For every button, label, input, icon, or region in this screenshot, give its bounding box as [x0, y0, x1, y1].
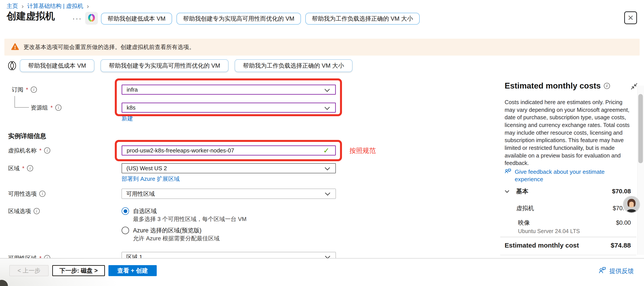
breadcrumb-chevron-icon: ›	[22, 3, 24, 10]
copilot-prompt-high-availability[interactable]: 帮助我创建专为实现高可用性而优化的 VM	[176, 13, 301, 25]
feedback-person-icon	[598, 266, 607, 276]
self-select-zones-desc: 最多选择 3 个可用性区域，每个区域一台 VM	[133, 215, 246, 223]
close-button[interactable]: ✕	[624, 12, 637, 24]
page-title: 创建虚拟机	[6, 10, 55, 23]
required-marker: *	[39, 255, 42, 258]
annotation-note: 按照规范	[350, 146, 376, 155]
radio-unselected-icon	[122, 227, 129, 234]
info-icon[interactable]: i	[44, 255, 50, 258]
divider	[500, 255, 636, 255]
cost-feedback-link[interactable]: Give feedback about your estimate experi…	[504, 168, 628, 183]
feedback-bubbles-icon	[504, 168, 512, 183]
chevron-down-icon	[325, 165, 330, 170]
availability-zone-dropdown[interactable]: 区域 1	[122, 252, 336, 258]
warning-icon	[11, 43, 19, 52]
cost-feedback-text: Give feedback about your estimate experi…	[515, 168, 628, 183]
required-marker: *	[26, 86, 28, 93]
resource-group-dropdown[interactable]: k8s	[122, 103, 336, 113]
chevron-down-icon	[325, 253, 330, 258]
valid-check-icon: ✓	[323, 146, 330, 155]
availability-options-dropdown[interactable]: 可用性区域	[122, 189, 336, 199]
breadcrumb-vm-link[interactable]: 计算基础结构 | 虚拟机	[27, 2, 83, 10]
cost-row-vm: 虚拟机 $70.08	[504, 204, 631, 212]
region-label-text: 区域	[8, 165, 20, 172]
copilot-prompt-low-cost[interactable]: 帮助我创建低成本 VM	[101, 13, 172, 25]
availability-options-label: 可用性选项 i	[8, 189, 46, 199]
region-dropdown[interactable]: (US) West US 2	[122, 163, 336, 173]
cost-panel-title-text: Estimated monthly costs	[504, 81, 601, 91]
cost-total-label: Estimated monthly cost	[504, 242, 579, 249]
copilot-button[interactable]	[85, 12, 98, 25]
create-vm-page: 主页 › 计算基础结构 | 虚拟机 › 创建虚拟机 ··· 帮助我创	[0, 0, 644, 286]
footer-feedback-link[interactable]: 提供反馈	[598, 266, 634, 276]
instance-details-heading: 实例详细信息	[8, 132, 46, 141]
cost-row-sub-label: Ubuntu Server 24.04 LTS	[518, 228, 580, 234]
breadcrumb-home-link[interactable]: 主页	[6, 2, 18, 10]
vm-name-input[interactable]: prod-usw2-k8s-freeleaps-worker-nodes-07 …	[122, 145, 336, 156]
cost-group-row[interactable]: 基本 $70.08	[504, 187, 631, 195]
subscription-dropdown[interactable]: infra	[122, 85, 336, 95]
cost-total-amount: $74.88	[611, 242, 631, 249]
availability-options-value: 可用性区域	[126, 190, 155, 198]
info-icon[interactable]: i	[604, 83, 610, 89]
info-icon[interactable]: i	[44, 147, 50, 154]
azure-selected-zones-radio[interactable]: Azure 选择的区域(预览版)	[122, 225, 202, 235]
availability-zone-value: 区域 1	[126, 253, 142, 258]
review-create-button[interactable]: 查看 + 创建	[108, 265, 157, 276]
resource-group-value: k8s	[127, 104, 136, 111]
more-options-button[interactable]: ···	[72, 15, 82, 23]
avatar[interactable]	[623, 196, 640, 213]
region-label: 区域 * i	[8, 163, 33, 173]
copilot-logo-icon	[87, 13, 96, 23]
required-marker: *	[50, 104, 53, 111]
zone-options-label: 区域选项 i	[8, 206, 40, 216]
availability-zone-label: 可用性区域 * i	[8, 253, 50, 258]
chevron-down-icon	[505, 188, 509, 193]
availability-zone-label-text: 可用性区域	[8, 254, 37, 258]
edge-zone-link[interactable]: 部署到 Azure 扩展区域	[122, 175, 180, 183]
subscription-label-text: 订阅	[12, 86, 23, 94]
cost-total-row: Estimated monthly cost $74.88	[504, 242, 631, 249]
copilot-outline-icon	[7, 61, 17, 72]
copilot-prompt-high-availability[interactable]: 帮助我创建专为实现高可用性而优化的 VM	[100, 59, 228, 72]
chevron-down-icon	[324, 87, 330, 92]
info-icon[interactable]: i	[39, 191, 46, 197]
info-icon[interactable]: i	[31, 87, 37, 93]
copilot-prompt-right-size[interactable]: 帮助我为工作负载选择正确的 VM 大小	[235, 59, 352, 72]
region-value: (US) West US 2	[126, 165, 167, 172]
create-new-link[interactable]: 新建	[122, 115, 133, 122]
self-select-zones-label: 自选区域	[133, 207, 157, 215]
collapse-panel-icon[interactable]	[630, 83, 638, 91]
vm-name-label-text: 虚拟机名称	[8, 147, 37, 154]
cost-row-label: 虚拟机	[504, 204, 534, 212]
self-select-zones-radio[interactable]: 自选区域	[122, 206, 157, 216]
cost-group-label: 基本	[516, 187, 528, 195]
cost-row-image: 映像 $0.00	[504, 219, 631, 227]
cost-row-amount: $0.00	[616, 219, 631, 226]
cost-panel-title: Estimated monthly costs i	[504, 81, 610, 91]
subscription-value: infra	[127, 86, 138, 93]
footer-bar: < 上一步 下一步: 磁盘 > 查看 + 创建 提供反馈	[0, 258, 644, 286]
chevron-down-icon	[325, 190, 330, 195]
azure-selected-zones-desc: 允许 Azure 根据需要分配最佳区域	[133, 235, 220, 242]
cost-row-label: 映像	[504, 219, 530, 227]
info-icon[interactable]: i	[55, 105, 62, 111]
warning-banner: 更改基本选项可能会重置所做的选择。创建虚拟机前查看所有选项。	[4, 39, 640, 56]
clipped-form-row: 可用性区域 * i 区域 1	[0, 246, 439, 258]
next-disks-button[interactable]: 下一步: 磁盘 >	[52, 265, 105, 276]
previous-button[interactable]: < 上一步	[10, 265, 48, 276]
subscription-label: 订阅 * i	[12, 85, 37, 95]
radio-selected-icon	[122, 207, 129, 215]
copilot-prompt-low-cost[interactable]: 帮助我创建低成本 VM	[20, 59, 94, 72]
zone-options-label-text: 区域选项	[8, 207, 31, 215]
info-icon[interactable]: i	[34, 208, 40, 214]
chevron-down-icon	[324, 105, 330, 110]
copilot-prompt-right-size[interactable]: 帮助我为工作负载选择正确的 VM 大小	[305, 13, 420, 25]
vm-name-value: prod-usw2-k8s-freeleaps-worker-nodes-07	[127, 147, 234, 154]
scrollbar-thumb[interactable]	[638, 94, 643, 163]
info-icon[interactable]: i	[27, 165, 33, 171]
vm-name-label: 虚拟机名称 * i	[8, 145, 50, 156]
azure-selected-zones-label: Azure 选择的区域(预览版)	[133, 226, 202, 234]
resource-group-label-text: 资源组	[31, 104, 48, 112]
availability-options-label-text: 可用性选项	[8, 190, 37, 198]
